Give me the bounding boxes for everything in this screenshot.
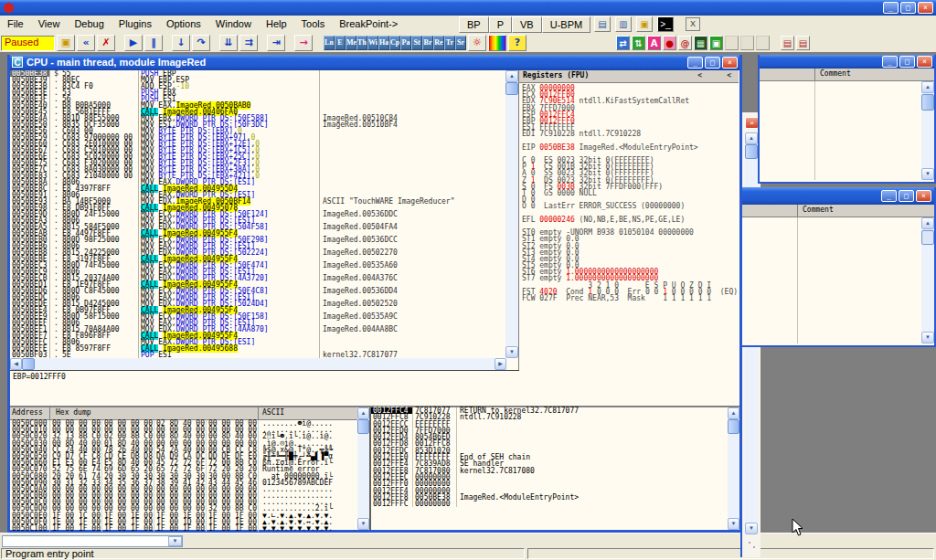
scroll-down-icon[interactable]: ▼	[745, 523, 758, 534]
scroll-up-icon[interactable]: ▲	[728, 407, 739, 419]
vertical-scrollbar[interactable]: ▲ ▼	[921, 217, 934, 343]
ascii-table-button[interactable]: A	[647, 36, 661, 50]
command-combobox[interactable]: ▼	[2, 535, 183, 547]
disasm-row[interactable]: 0050BE3E.53PUSH EBX	[10, 90, 506, 96]
disasm-row[interactable]: 0050BF03.5EPOP ESIkernel32.7C817077	[10, 352, 506, 358]
scrollbar-thumb[interactable]	[357, 419, 369, 434]
resize-grip[interactable]	[747, 540, 759, 552]
maximize-button[interactable]: □	[900, 2, 916, 14]
main-title-bar[interactable]: _ □ ×	[0, 0, 936, 16]
cpu-window[interactable]: CCPU - main thread, module ImageRed _ □ …	[7, 55, 742, 533]
scroll-right-icon[interactable]: ▶	[495, 358, 506, 370]
disasm-row[interactable]: 0050BE8C.E8 4397F8FFCALL ImageRed.004955…	[10, 185, 506, 192]
scroll-down-icon[interactable]: ▼	[357, 518, 369, 530]
screen-button[interactable]: ▣	[709, 36, 723, 50]
registers-pane[interactable]: Registers (FPU) < < EAX 00000000ECX 0012…	[519, 70, 739, 406]
disasm-row[interactable]: 0050BE9D.8B0D 24F15000MOV ECX,DWORD PTR …	[10, 211, 506, 217]
execute-till-return-button[interactable]: ⇥	[267, 35, 285, 51]
disasm-row[interactable]: 0050BE38$55PUSH EBP	[10, 70, 506, 77]
disassembly-pane[interactable]: 0050BE38$55PUSH EBP0050BE39.8BECMOV EBP,…	[10, 70, 519, 406]
register-line[interactable]: EFL 00000246 (NO,NB,E,BE,NS,PE,GE,LE)	[522, 217, 739, 223]
close-program-button[interactable]: ✗	[97, 35, 115, 51]
menu-file[interactable]: File	[0, 16, 31, 32]
scroll-up-icon[interactable]: ▲	[745, 132, 758, 144]
menu-breakpoint[interactable]: BreakPoint->	[332, 16, 405, 32]
disasm-row[interactable]: 0050BEF7.E8 F896F8FFCALL ImageRed.004955…	[10, 333, 506, 339]
minimize-button[interactable]: _	[881, 190, 897, 202]
options-gear-button[interactable]: ☼	[468, 35, 486, 51]
comment-window-2[interactable]: _ □ × Comment ▲ ▼	[740, 187, 936, 347]
close-button[interactable]: ×	[722, 57, 738, 69]
menu-debug[interactable]: Debug	[67, 16, 111, 32]
maximize-button[interactable]: □	[705, 57, 720, 69]
hex-dump-pane[interactable]: Address Hex dump ASCII 0050C00000 00 00 …	[10, 407, 371, 530]
animate-over-button[interactable]: ⇉	[239, 35, 258, 51]
nav-left-icon[interactable]: <	[727, 70, 731, 81]
close-button[interactable]: ×	[918, 2, 933, 14]
column-comment[interactable]: Comment	[798, 205, 834, 217]
run-trace-button[interactable]: ⇅	[632, 36, 645, 50]
scrollbar-thumb[interactable]	[728, 419, 739, 434]
maximize-button[interactable]: □	[899, 190, 914, 202]
go-to-address-button[interactable]: →	[294, 35, 313, 51]
scroll-up-icon[interactable]: ▲	[921, 81, 934, 93]
plugin-button-p[interactable]: P	[489, 16, 512, 33]
maximize-button[interactable]: □	[899, 56, 915, 68]
open-file-button[interactable]: ▣	[57, 35, 75, 51]
close-button[interactable]: ×	[917, 56, 932, 68]
register-line[interactable]: EIP 0050BE38 ImageRed.<ModuleEntryPoint>	[522, 144, 739, 151]
disassembly-horizontal-scrollbar[interactable]: ◀ ▶	[10, 358, 506, 370]
comment-window-2-body[interactable]: ▲ ▼	[742, 217, 934, 343]
comment-window-2-title-bar[interactable]: _ □ ×	[742, 187, 934, 205]
register-line[interactable]: T 0 GS 0000 NULL	[522, 190, 739, 196]
swap-panes-button[interactable]: ⇄	[616, 36, 630, 50]
scroll-down-icon[interactable]: ▼	[505, 346, 518, 358]
pane-button-ha[interactable]: Ha	[378, 36, 389, 50]
command-input[interactable]	[3, 536, 171, 546]
windows-list-button[interactable]: ▤	[781, 36, 794, 50]
register-line[interactable]: FCW 027F Prec NEAR,53 Mask 1 1 1 1 1 1	[522, 295, 739, 301]
scrollbar-thumb[interactable]	[505, 82, 518, 95]
plugin-button-vb[interactable]: VB	[512, 16, 542, 33]
scroll-left-icon[interactable]: ◀	[10, 358, 22, 370]
dump-vertical-scrollbar[interactable]: ▲ ▼	[357, 407, 369, 530]
stack-pane[interactable]: 0012FFC47C817077RETURN to kernel32.7C817…	[371, 407, 739, 530]
disasm-row[interactable]: 0050BEC3.8B0D 74F45000MOV ECX,DWORD PTR …	[10, 262, 506, 269]
menu-help[interactable]: Help	[259, 16, 294, 32]
disasm-row[interactable]: 0050BEB0.8B0D 98F25000MOV ECX,DWORD PTR …	[10, 237, 506, 243]
record-button[interactable]: ●	[663, 36, 676, 50]
minimize-button[interactable]: _	[687, 57, 703, 69]
minimize-button[interactable]: _	[882, 56, 898, 68]
notepad-icon[interactable]: ▤	[594, 16, 611, 32]
column-1[interactable]	[742, 205, 798, 217]
disasm-row[interactable]: 0050BEFE.E8 8597F8FFCALL ImageRed.004956…	[10, 345, 506, 352]
vertical-scrollbar[interactable]: ▲ ▼	[921, 81, 934, 180]
pane-button-st[interactable]: St	[411, 36, 422, 50]
scrollbar-thumb[interactable]	[921, 94, 934, 111]
pane-button-sr[interactable]: Sr	[455, 36, 466, 50]
appearance-button[interactable]: ■	[488, 35, 506, 51]
trace-spiral-button[interactable]: @	[678, 36, 692, 50]
pane-button-tr[interactable]: Tr	[444, 36, 455, 50]
disasm-row[interactable]: 0050BE83.C683 21040000 00MOV BYTE PTR DS…	[10, 173, 506, 179]
close-button[interactable]: ×	[916, 190, 931, 202]
patches-button[interactable]: ▦	[694, 36, 707, 50]
console-icon[interactable]: >_	[657, 16, 674, 32]
disasm-address[interactable]: 0050BF03	[10, 352, 50, 358]
scroll-up-icon[interactable]: ▲	[505, 70, 518, 82]
animate-into-button[interactable]: ⇊	[219, 35, 238, 51]
step-over-button[interactable]: ↷	[192, 35, 210, 51]
pane-button-re[interactable]: Re	[433, 36, 444, 50]
scrollbar-thumb[interactable]	[921, 230, 934, 245]
stack-row[interactable]: 0012FFFC00000000	[371, 501, 739, 507]
pane-button-me[interactable]: Me	[346, 36, 356, 50]
disasm-row[interactable]: 0050BE3B.83C4 F0ADD ESP,-10	[10, 83, 506, 90]
pause-button[interactable]: ‖	[144, 35, 163, 51]
book-icon[interactable]: ▥	[615, 16, 632, 32]
pane-button-br[interactable]: Br	[422, 36, 433, 50]
dump-row[interactable]: 0050C1001F 00 1F 001F 00 1F 001F 00 1F 0…	[10, 525, 369, 532]
menu-options[interactable]: Options	[159, 16, 208, 32]
comment-window-1-title-bar[interactable]: _ □ ×	[760, 55, 934, 69]
restart-button[interactable]: «	[77, 35, 95, 51]
scrollbar-thumb[interactable]	[745, 144, 758, 159]
